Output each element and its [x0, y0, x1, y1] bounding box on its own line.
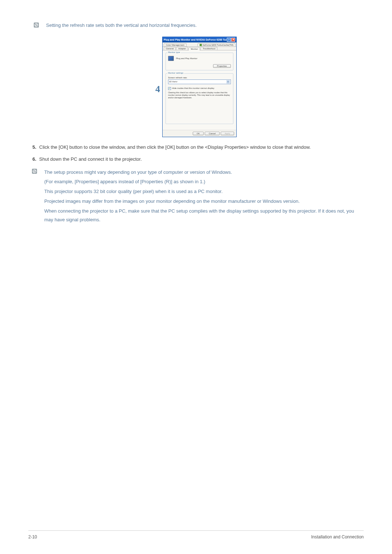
- note-1: The setup process might vary depending o…: [44, 168, 232, 177]
- note-icon: [32, 169, 37, 174]
- monitor-type-legend: Monitor type: [167, 51, 181, 53]
- note-row-3: This projector supports 32 bit color qua…: [32, 187, 364, 196]
- steps-list: 5. Click the [OK] button to close the wi…: [28, 144, 364, 163]
- ok-button[interactable]: OK: [193, 132, 204, 135]
- tab-general[interactable]: General: [164, 47, 176, 50]
- monitor-settings-fieldset: Monitor settings Screen refresh rate: 60…: [166, 73, 233, 124]
- note-row-4: Projected images may differ from the ima…: [32, 197, 364, 206]
- svg-line-1: [35, 24, 37, 26]
- chevron-down-icon: ▾: [226, 80, 230, 83]
- intro-note-text: Setting the refresh rate sets both the v…: [46, 22, 197, 29]
- monitor-settings-legend: Monitor settings: [167, 72, 184, 74]
- note-row-2: (For example, [Properties] appears inste…: [32, 177, 364, 186]
- step-6: 6. Shut down the PC and connect it to th…: [28, 156, 364, 163]
- page-number: 2-10: [28, 534, 37, 539]
- svg-line-3: [33, 170, 36, 172]
- cancel-button[interactable]: Cancel: [205, 132, 220, 135]
- blue-notes-block: The setup process might vary depending o…: [28, 168, 364, 225]
- properties-button[interactable]: Properties: [213, 64, 231, 68]
- refresh-rate-dropdown[interactable]: 60 Hertz ▾: [168, 79, 231, 84]
- step-5-number: 5.: [28, 144, 36, 151]
- step-5-text: Click the [OK] button to close the windo…: [39, 144, 311, 151]
- hide-modes-label: Hide modes that this monitor cannot disp…: [172, 87, 214, 89]
- close-button[interactable]: ✕: [231, 38, 235, 42]
- hide-modes-checkbox-row[interactable]: ✓ Hide modes that this monitor cannot di…: [168, 87, 231, 90]
- tab-area: Color Management GeForce 6200 TurboCache…: [163, 42, 236, 50]
- step-6-text: Shut down the PC and connect it to the p…: [39, 156, 142, 163]
- nvidia-icon: [200, 44, 202, 46]
- help-button[interactable]: ?: [227, 38, 231, 42]
- note-icon: [34, 22, 39, 28]
- tab-geforce[interactable]: GeForce 6200 TurboCache(TM): [197, 43, 236, 46]
- monitor-icon: [168, 56, 174, 61]
- intro-note-row: Setting the refresh rate sets both the v…: [34, 22, 364, 29]
- monitor-type-fieldset: Monitor type Plug and Play Monitor Prope…: [166, 53, 233, 70]
- refresh-rate-label: Screen refresh rate:: [168, 77, 231, 79]
- note-row-1: The setup process might vary depending o…: [32, 168, 364, 177]
- tab-geforce-label: GeForce 6200 TurboCache(TM): [203, 44, 233, 46]
- step-6-number: 6.: [28, 156, 36, 163]
- dialog-body: Monitor type Plug and Play Monitor Prope…: [163, 50, 236, 130]
- step-5: 5. Click the [OK] button to close the wi…: [28, 144, 364, 151]
- hide-modes-checkbox[interactable]: ✓: [168, 87, 171, 90]
- note-2: (For example, [Properties] appears inste…: [44, 177, 205, 186]
- dialog-titlebar: Plug and Play Monitor and NVIDIA GeForce…: [163, 37, 236, 42]
- hide-modes-help-text: Clearing this check box allows you to se…: [168, 91, 231, 99]
- tab-troubleshoot[interactable]: Troubleshoot: [200, 47, 217, 50]
- dialog-screenshot: 4 Plug and Play Monitor and NVIDIA GeFor…: [28, 37, 364, 137]
- note-4: Projected images may differ from the ima…: [44, 197, 300, 206]
- page-footer: 2-10 Installation and Connection: [28, 530, 364, 539]
- note-5: When connecting the projector to a PC, m…: [44, 207, 364, 225]
- tab-monitor[interactable]: Monitor: [188, 47, 200, 50]
- dialog-footer: OK Cancel Apply: [163, 130, 236, 137]
- section-title: Installation and Connection: [311, 534, 364, 539]
- tab-color-management[interactable]: Color Management: [164, 43, 187, 46]
- tab-adapter[interactable]: Adapter: [176, 47, 188, 50]
- dialog-title: Plug and Play Monitor and NVIDIA GeForce…: [164, 38, 226, 41]
- note-3: This projector supports 32 bit color qua…: [44, 187, 222, 196]
- apply-button: Apply: [221, 132, 234, 135]
- monitor-properties-dialog: Plug and Play Monitor and NVIDIA GeForce…: [162, 37, 237, 137]
- note-row-5: When connecting the projector to a PC, m…: [32, 207, 364, 225]
- step-number-4: 4: [155, 84, 160, 95]
- monitor-type-value: Plug and Play Monitor: [176, 57, 197, 59]
- refresh-rate-value: 60 Hertz: [169, 81, 177, 83]
